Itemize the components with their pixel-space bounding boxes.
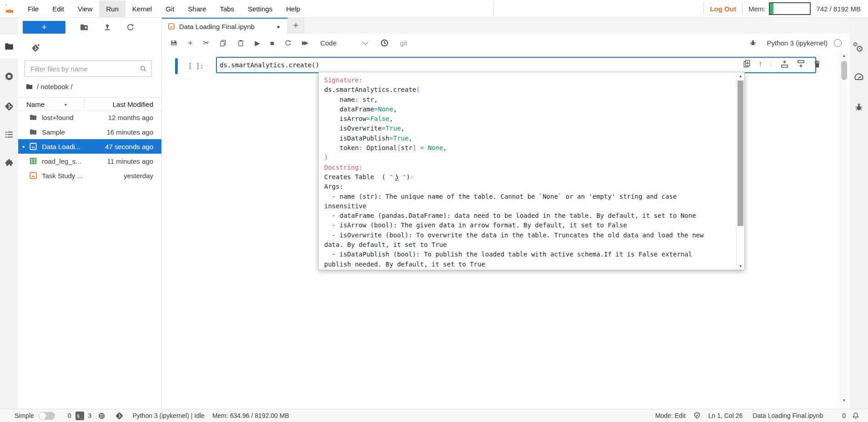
- file-modified: 47 seconds ago: [105, 143, 153, 151]
- insert-cell-button[interactable]: +: [188, 39, 193, 47]
- breadcrumb-path[interactable]: / notebook /: [37, 83, 72, 90]
- chip-icon[interactable]: [97, 412, 106, 420]
- scroll-down-icon[interactable]: ▼: [840, 397, 848, 404]
- file-row-lost-found[interactable]: lost+found 12 months ago: [18, 110, 161, 125]
- file-row-road-leg[interactable]: road_leg_s... 11 minutes ago: [18, 154, 161, 168]
- debugger-bug-icon[interactable]: [749, 39, 757, 47]
- restart-run-all-button[interactable]: ▶▶: [302, 40, 308, 45]
- plus-icon: +: [188, 39, 193, 47]
- insert-cell-above-button[interactable]: [780, 59, 789, 69]
- move-cell-up-button[interactable]: ↑: [758, 60, 763, 68]
- kernel-count[interactable]: 3: [88, 412, 92, 419]
- menu-help[interactable]: Help: [279, 0, 307, 17]
- run-cell-button[interactable]: ▶: [255, 40, 260, 46]
- file-browser-tab[interactable]: [0, 35, 18, 58]
- notebook-tab[interactable]: Data Loading Final.ipynb ●: [162, 17, 288, 34]
- main-scrollbar[interactable]: ▲ ▼: [840, 52, 848, 404]
- file-row-task-study[interactable]: Task Study ... yesterday: [18, 168, 161, 183]
- unsaved-changes-dot[interactable]: ●: [276, 23, 280, 30]
- running-sessions-tab[interactable]: [0, 65, 18, 88]
- menu-kernel[interactable]: Kernel: [125, 0, 159, 17]
- scroll-down-icon[interactable]: ▼: [737, 262, 744, 270]
- terminal-icon[interactable]: $_: [75, 412, 84, 420]
- column-last-modified[interactable]: Last Modified: [113, 100, 153, 108]
- kernel-status[interactable]: Python 3 (ipykernel) | Idle: [132, 412, 205, 419]
- menu-view[interactable]: View: [71, 0, 99, 17]
- mode-indicator: Mode: Edit: [655, 412, 686, 419]
- separator: [703, 3, 704, 15]
- dock-tab-bar: Data Loading Final.ipynb ● +: [162, 17, 850, 35]
- cut-cells-button[interactable]: ✂: [203, 39, 209, 47]
- paste-cells-button[interactable]: [237, 39, 245, 47]
- delete-cell-button[interactable]: [813, 60, 822, 69]
- spreadsheet-icon: [29, 157, 37, 165]
- upload-button[interactable]: [103, 23, 112, 32]
- git-tab[interactable]: [0, 95, 18, 118]
- interrupt-kernel-button[interactable]: ■: [270, 40, 274, 46]
- menu-share[interactable]: Share: [181, 0, 213, 17]
- save-button[interactable]: [170, 39, 178, 47]
- kernel-status-icon[interactable]: [834, 39, 842, 47]
- session-count[interactable]: 0: [68, 412, 71, 419]
- kernel-name-button[interactable]: Python 3 (ipykernel): [767, 39, 828, 47]
- file-modified: 16 minutes ago: [106, 128, 153, 136]
- move-cell-down-button[interactable]: ↓: [769, 60, 773, 68]
- menu-edit[interactable]: Edit: [45, 0, 71, 17]
- memory-value: 742 / 8192 MB: [816, 5, 861, 13]
- folder-icon: [25, 83, 33, 90]
- resource-usage-tab[interactable]: [850, 65, 868, 89]
- scroll-up-icon[interactable]: ▲: [840, 52, 848, 59]
- cell-code: ds.smartAnalytics.create(): [220, 61, 319, 69]
- cell-type-select[interactable]: Code: [320, 39, 367, 47]
- separator: [742, 3, 743, 15]
- menu-tabs[interactable]: Tabs: [213, 0, 241, 17]
- table-of-contents-tab[interactable]: [0, 123, 18, 146]
- file-modified: 11 minutes ago: [107, 157, 153, 165]
- git-clone-button[interactable]: [31, 43, 41, 53]
- menu-git[interactable]: Git: [159, 0, 181, 17]
- file-filter-input[interactable]: [30, 65, 139, 73]
- extension-manager-tab[interactable]: [0, 151, 18, 175]
- execution-time-button[interactable]: [380, 39, 389, 47]
- scrollbar-thumb[interactable]: [841, 61, 847, 80]
- status-bar: Simple 0 $_ 3 Python 3 (ipykernel) | Idl…: [0, 409, 868, 422]
- new-tab-button[interactable]: +: [288, 17, 304, 34]
- chevron-down-icon: [363, 39, 369, 45]
- simple-mode-label: Simple: [15, 412, 34, 419]
- debugger-tab[interactable]: [850, 95, 868, 119]
- git-status-icon[interactable]: [115, 412, 124, 420]
- advanced-tools-tab[interactable]: ⚙⚙: [850, 37, 868, 61]
- refresh-button[interactable]: [126, 23, 135, 32]
- menu-settings[interactable]: Settings: [241, 0, 279, 17]
- folder-icon: [4, 41, 14, 51]
- insert-cell-below-button[interactable]: [796, 59, 806, 69]
- bug-icon: [854, 102, 864, 112]
- new-launcher-button[interactable]: +: [23, 21, 65, 34]
- duplicate-cell-button[interactable]: [742, 59, 752, 69]
- logout-button[interactable]: Log Out: [710, 5, 736, 13]
- list-icon: [4, 130, 14, 140]
- copy-cells-button[interactable]: [219, 39, 227, 47]
- breadcrumb[interactable]: / notebook /: [25, 83, 72, 90]
- file-name: road_leg_s...: [42, 157, 81, 165]
- cell-collapser[interactable]: [175, 58, 178, 74]
- menu-file[interactable]: File: [21, 0, 45, 17]
- simple-mode-toggle[interactable]: [39, 412, 55, 420]
- notification-count[interactable]: 0: [842, 412, 846, 419]
- tooltip-scrollbar[interactable]: ▲ ▼: [736, 72, 744, 270]
- column-name[interactable]: Name: [26, 100, 45, 108]
- menu-run[interactable]: Run: [99, 0, 125, 17]
- scroll-up-icon[interactable]: ▲: [737, 72, 744, 80]
- file-row-data-loading[interactable]: • Data Loadi... 47 seconds ago: [18, 139, 161, 154]
- bell-icon[interactable]: [852, 412, 860, 420]
- new-folder-button[interactable]: [80, 23, 89, 32]
- code-cell-editor[interactable]: ds.smartAnalytics.create(): [216, 57, 816, 73]
- file-name: Task Study ...: [42, 172, 83, 180]
- cursor-position[interactable]: Ln 1, Col 26: [708, 412, 743, 419]
- stop-circle-icon: [4, 71, 14, 81]
- trusted-shield-icon[interactable]: [693, 412, 701, 420]
- tooltip-scrollbar-thumb[interactable]: [738, 80, 743, 226]
- file-row-sample[interactable]: Sample 16 minutes ago: [18, 125, 161, 139]
- restart-kernel-button[interactable]: [284, 39, 292, 47]
- plus-icon: +: [293, 20, 299, 31]
